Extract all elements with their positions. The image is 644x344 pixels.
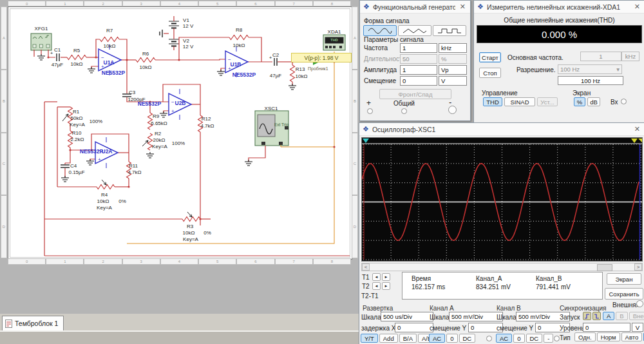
channel-a-scale-input[interactable]: 500 mV/Div <box>449 312 503 321</box>
channel-a-coupling-button[interactable]: 0 <box>446 334 457 343</box>
scroll-right-button[interactable]: > <box>634 263 642 271</box>
start-button[interactable]: Старт <box>479 52 501 62</box>
thd-button[interactable]: THD <box>483 97 502 106</box>
triangle-wave-button[interactable] <box>398 25 431 36</box>
percent-button[interactable]: % <box>574 97 585 106</box>
schematic-label: 100% <box>90 119 102 124</box>
schematic-label: + <box>269 55 272 61</box>
fg-param-value[interactable]: 50 <box>400 54 437 64</box>
edge-button[interactable]: Фронт/Спад <box>379 89 451 99</box>
fg-param-value[interactable]: 0 <box>400 76 437 86</box>
fg-param-value[interactable]: 1 <box>400 65 437 75</box>
trigger-level-input[interactable]: 0 <box>583 323 630 332</box>
close-icon[interactable]: ✕ <box>633 125 641 133</box>
sine-wave-button[interactable] <box>363 25 397 36</box>
trigger-source-button[interactable]: A <box>603 312 614 320</box>
timebase-scale-input[interactable]: 500 us/Div <box>381 312 433 321</box>
schematic-label: 20kΩ <box>153 137 166 143</box>
trigger-source-button[interactable]: B <box>616 312 627 320</box>
trigger-group-label: Синхронизация <box>560 305 606 312</box>
channel-a-offset-label: смещение Y <box>430 325 466 332</box>
distortion-analyzer-title: Измеритель нелинейных искажений-XDA1 <box>487 3 630 11</box>
oscilloscope-window[interactable]: ❖ Осциллограф-XSC1 ✕ < > T1 ◄ ► T2 ◄ ► T… <box>359 122 644 344</box>
readout-value: 834.251 mV <box>476 283 536 291</box>
terminal-plus-label: + <box>366 99 371 108</box>
resolution-dropdown[interactable]: 100 Hz ▾ <box>558 64 622 74</box>
channel-a-terminal[interactable] <box>486 336 492 341</box>
schematic-label: R13 <box>296 66 305 72</box>
external-trigger-terminal[interactable] <box>636 300 643 307</box>
schematic-label: Key=A <box>70 122 85 128</box>
fg-param-unit[interactable]: V <box>439 76 467 86</box>
timebase-mode-button[interactable]: B/A <box>399 334 417 343</box>
db-button[interactable]: dB <box>587 97 600 106</box>
control-group-label: Управление <box>482 90 518 97</box>
timebase-mode-button[interactable]: Add <box>379 334 398 343</box>
fundamental-value[interactable]: 1 <box>580 52 621 61</box>
trigger-type-button[interactable]: Авто <box>621 332 643 341</box>
channel-b-coupling-button[interactable]: 0 <box>513 334 524 343</box>
multisim-workspace: 012345678 012345678 ABCD ABCD <box>0 0 644 344</box>
fg-param-unit[interactable]: kHz <box>439 43 467 53</box>
rising-edge-button[interactable] <box>583 312 591 320</box>
trigger-type-button[interactable]: Норм <box>597 332 620 341</box>
falling-edge-button[interactable] <box>592 312 601 320</box>
screen-group-label: Экран <box>573 90 591 97</box>
cursor2-right-button[interactable]: ► <box>382 282 390 290</box>
schematic-label: R3 <box>187 224 193 229</box>
screen-button[interactable]: Экран <box>607 273 641 285</box>
close-icon[interactable]: ✕ <box>459 3 467 11</box>
stop-button[interactable]: Стоп <box>479 68 501 78</box>
sinad-button[interactable]: SINAD <box>504 97 535 106</box>
sheet-tab[interactable]: Темброблок 1 <box>2 316 64 330</box>
scroll-left-button[interactable]: < <box>362 263 370 271</box>
resolution-readout: 100 Hz <box>558 76 623 85</box>
schematic-file-icon <box>5 320 12 328</box>
oscilloscope-titlebar[interactable]: ❖ Осциллограф-XSC1 ✕ <box>359 123 644 136</box>
timebase-mode-button[interactable]: Y/T <box>361 334 378 343</box>
distortion-analyzer-window[interactable]: ❖ Измеритель нелинейных искажений-XDA1 ✕… <box>473 0 644 124</box>
schematic-label: 10kΩ <box>104 43 116 49</box>
save-button[interactable]: Сохранить <box>605 288 643 300</box>
timebase-offset-input[interactable]: 0 <box>395 323 433 332</box>
channel-a-coupling-button[interactable]: DC <box>459 334 476 343</box>
resolution-label: Разрешение. <box>516 66 556 73</box>
cursor1-right-button[interactable]: ► <box>382 273 390 281</box>
status-strip <box>0 330 359 344</box>
cursor1-left-button[interactable]: ◄ <box>372 273 381 281</box>
common-terminal[interactable] <box>401 108 407 114</box>
sheet-tab-label: Темброблок 1 <box>15 320 58 327</box>
channel-b-coupling-button[interactable]: DC <box>526 334 543 343</box>
trigger-type-button[interactable]: Одн. <box>574 332 596 341</box>
channel-a-coupling-button[interactable]: AC <box>429 334 445 343</box>
function-generator-window[interactable]: ❖ Функциональный генерато... ✕ Форма сиг… <box>359 0 471 121</box>
probe-value-label[interactable]: V(p-p): 1.98 V <box>291 53 352 62</box>
fg-param-unit[interactable]: % <box>439 54 467 64</box>
square-wave-button[interactable] <box>433 25 466 36</box>
fg-param-value[interactable]: 1 <box>400 43 437 53</box>
schematic-label: + <box>50 50 53 56</box>
function-generator-titlebar[interactable]: ❖ Функциональный генерато... ✕ <box>360 1 470 14</box>
plus-terminal[interactable] <box>367 108 373 114</box>
minus-terminal[interactable] <box>448 106 457 114</box>
channel-b-coupling-button[interactable]: AC <box>496 334 512 343</box>
input-terminal[interactable] <box>621 99 627 104</box>
channel-b-terminal[interactable] <box>554 336 560 341</box>
channel-b-coupling-button[interactable]: - <box>544 334 553 343</box>
close-icon[interactable]: ✕ <box>633 3 641 11</box>
fg-param-unit[interactable]: Vp <box>439 65 467 75</box>
cursor2-left-button[interactable]: ◄ <box>372 282 381 290</box>
schematic-canvas[interactable]: 012345678 012345678 ABCD ABCD <box>0 0 359 314</box>
trigger-start-label: Запуск <box>560 314 580 321</box>
trigger-type-label: Тип <box>560 334 571 341</box>
settings-button[interactable]: Уст... <box>537 97 558 106</box>
schematic-labels: XFG1C147µF+R510kΩR710kΩU1ANE5532PR610kΩV… <box>0 0 359 265</box>
scope-scrollbar[interactable]: < > <box>361 263 643 271</box>
fundamental-unit[interactable]: kHz <box>621 52 639 61</box>
trigger-level-unit[interactable]: V <box>632 323 643 332</box>
schematic-label: 47µF <box>270 73 281 79</box>
scroll-thumb[interactable] <box>597 264 612 271</box>
distortion-analyzer-titlebar[interactable]: ❖ Измеритель нелинейных искажений-XDA1 ✕ <box>474 1 644 14</box>
rising-edge-icon <box>584 313 590 319</box>
trigger-source-button[interactable]: Внеш <box>629 312 644 320</box>
